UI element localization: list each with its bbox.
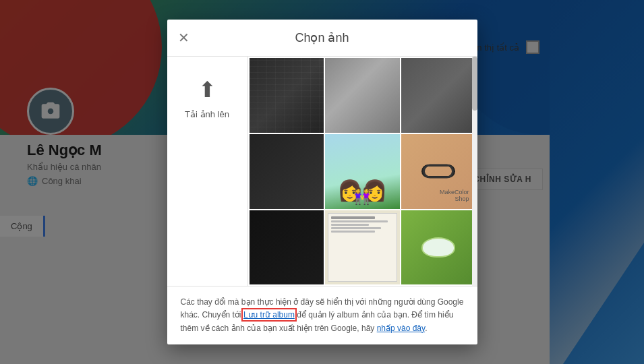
photo-item[interactable]: 👭 [325, 134, 400, 209]
modal-title: Chọn ảnh [295, 30, 349, 45]
upload-icon: ⬆ [198, 77, 216, 102]
scrollbar-thumb[interactable] [472, 57, 477, 111]
modal-close-button[interactable]: ✕ [178, 31, 189, 44]
photo-item[interactable] [325, 210, 400, 285]
photos-grid: 👭 MakeColorShop [248, 57, 477, 286]
modal-overlay: ✕ Chọn ảnh ⬆ Tải ảnh lên [0, 0, 644, 364]
photo-item[interactable] [250, 134, 324, 209]
nhap-vao-day-link[interactable]: nhấp vào đây [377, 324, 426, 333]
photo-item[interactable] [250, 210, 324, 285]
photo-item[interactable] [401, 58, 476, 133]
modal-header: ✕ Chọn ảnh [167, 20, 477, 57]
chon-anh-modal: ✕ Chọn ảnh ⬆ Tải ảnh lên [167, 20, 477, 344]
footer-end: . [425, 324, 427, 333]
luu-tru-album-link[interactable]: Lưu trữ album [243, 310, 295, 320]
scrollbar-track[interactable] [472, 57, 477, 286]
upload-panel[interactable]: ⬆ Tải ảnh lên [167, 57, 248, 286]
modal-footer: Các thay đổi mà bạn thực hiện ở đây sẽ h… [167, 286, 477, 344]
photos-area: 👭 MakeColorShop [248, 57, 477, 286]
modal-body: ⬆ Tải ảnh lên 👭 [167, 57, 477, 286]
photo-item[interactable] [401, 210, 476, 285]
photo-item[interactable]: MakeColorShop [401, 134, 476, 209]
photo-item[interactable] [250, 58, 324, 133]
photo-item[interactable] [325, 58, 400, 133]
upload-label: Tải ảnh lên [185, 109, 229, 119]
